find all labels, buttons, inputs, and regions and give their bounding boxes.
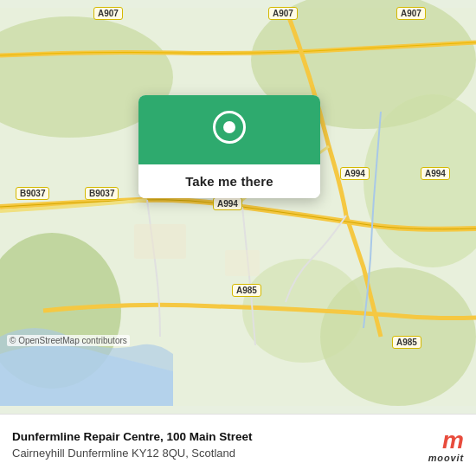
road-label-a994-2: A994 — [421, 167, 450, 180]
road-label-a994-3: A994 — [213, 197, 242, 210]
pin-outer-circle — [213, 111, 246, 144]
road-label-a985-2: A985 — [392, 336, 421, 349]
moovit-logo-text: moovit — [428, 453, 464, 463]
location-pin-icon — [213, 111, 246, 149]
road-label-b9037-2: B9037 — [85, 187, 119, 200]
moovit-logo-letter: m — [442, 428, 464, 453]
road-label-a994-1: A994 — [340, 167, 370, 180]
road-label-a907-3: A907 — [396, 7, 426, 20]
business-name: Dunfermline Repair Centre, 100 Main Stre… — [12, 429, 420, 446]
info-bar: Dunfermline Repair Centre, 100 Main Stre… — [0, 414, 476, 476]
take-me-there-button[interactable]: Take me there — [138, 164, 320, 198]
osm-attribution: © OpenStreetMap contributors — [7, 335, 130, 346]
popup-header — [138, 95, 320, 164]
pin-inner-circle — [223, 121, 235, 133]
road-label-a985-1: A985 — [232, 284, 261, 297]
address-line2: Cairneyhill Dunfermline KY12 8QU, Scotla… — [12, 446, 420, 461]
road-label-a907-2: A907 — [268, 7, 298, 20]
popup-card: Take me there — [138, 95, 320, 198]
road-label-a907-1: A907 — [93, 7, 123, 20]
map-area[interactable]: A907 A907 A907 A994 A994 B9037 B9037 A99… — [0, 0, 476, 414]
road-label-b9037-1: B9037 — [16, 187, 49, 200]
svg-rect-8 — [225, 250, 260, 276]
svg-rect-7 — [134, 224, 186, 259]
app-container: A907 A907 A907 A994 A994 B9037 B9037 A99… — [0, 0, 476, 476]
address-block: Dunfermline Repair Centre, 100 Main Stre… — [12, 429, 420, 461]
moovit-logo: m moovit — [428, 428, 464, 463]
